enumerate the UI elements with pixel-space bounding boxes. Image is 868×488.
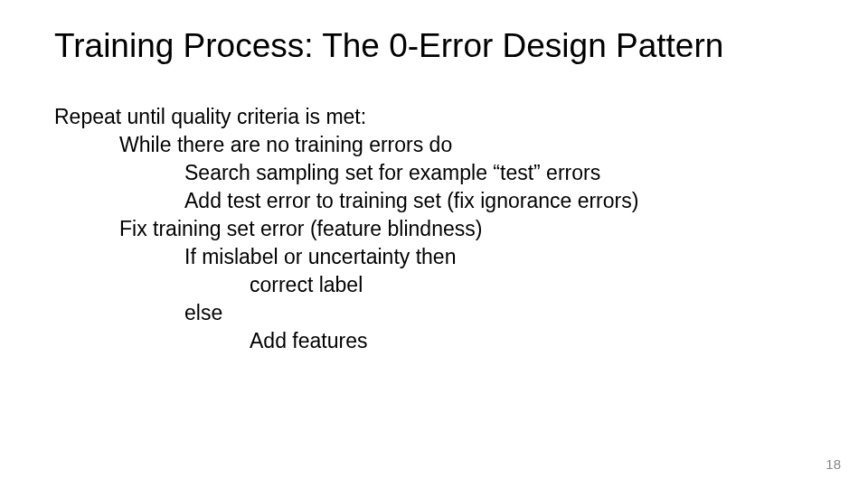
slide-body: Repeat until quality criteria is met: Wh… [54,103,814,355]
body-line: Search sampling set for example “test” e… [54,159,814,187]
slide-title: Training Process: The 0-Error Design Pat… [54,27,814,65]
body-line: else [54,299,814,327]
slide-container: Training Process: The 0-Error Design Pat… [0,0,868,373]
body-line: While there are no training errors do [54,131,814,159]
body-line: Add features [54,327,814,355]
body-line: correct label [54,271,814,299]
body-line: Add test error to training set (fix igno… [54,187,814,215]
body-line: If mislabel or uncertainty then [54,243,814,271]
body-line: Fix training set error (feature blindnes… [54,215,814,243]
page-number: 18 [826,456,841,472]
body-line: Repeat until quality criteria is met: [54,103,814,131]
